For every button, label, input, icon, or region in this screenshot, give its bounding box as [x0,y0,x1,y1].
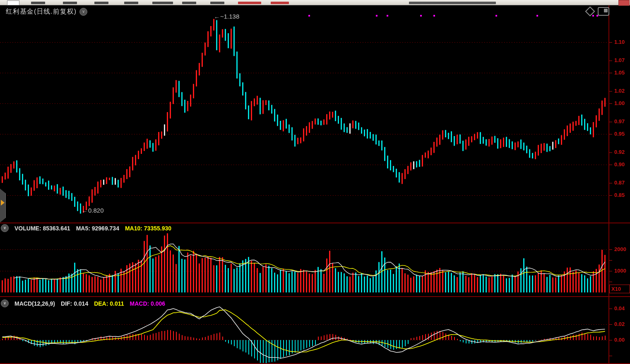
menu-item[interactable] [210,2,224,4]
menubar [0,0,630,5]
chart-application-window: { "header": { "title": "红利基金(日线.前复权)" },… [0,0,630,364]
menu-item[interactable] [63,2,77,4]
menu-item-highlighted[interactable] [271,2,289,4]
chevron-down-icon[interactable]: ∨ [1,299,9,307]
menu-item[interactable] [124,2,138,4]
macd-indicator-header: ∨ MACD(12,26,9) DIF: 0.014 DEA: 0.011 MA… [1,299,165,307]
macd-dif-value: DIF: 0.014 [61,300,88,307]
price-axis-label: 1.02 [614,87,630,95]
price-axis-label: 0.85 [614,192,630,199]
arrow-right-icon [1,200,5,206]
price-axis-label: 1.10 [614,38,630,46]
menu-item[interactable] [31,2,45,4]
macd-dea-value: DEA: 0.011 [94,300,124,307]
left-arrow-icon: ← [214,13,220,20]
chevron-down-icon[interactable]: ∨ [1,224,9,232]
menu-item[interactable] [94,2,108,4]
chevron-down-icon[interactable]: ∨ [79,8,87,16]
panel-layout-icon[interactable] [598,7,609,16]
menu-item[interactable] [152,2,173,4]
menu-item-highlighted[interactable] [238,2,261,4]
panel-layout-icon-fill [604,9,608,12]
volume-value: VOLUME: 85363.641 [14,225,70,232]
macd-axis-label: 0.02 [614,321,630,328]
sidebar-expand-handle[interactable] [0,189,6,223]
chart-title-row: 红利基金(日线.前复权) ∨ [6,7,87,16]
price-axis-label: 1.00 [614,100,630,107]
left-arrow-icon: ← [82,207,88,214]
macd-axis-label: 0.04 [614,305,630,312]
chart-canvas[interactable] [0,0,630,364]
page-title: 红利基金(日线.前复权) [6,7,77,16]
price-axis-label: 0.95 [614,130,630,138]
price-low-annotation: ←0.820 [82,207,104,214]
price-axis-label: 0.90 [614,161,630,168]
macd-macd-value: MACD: 0.006 [130,300,166,307]
price-axis-label: 1.07 [614,57,630,64]
menubar-right-button[interactable] [618,0,630,6]
volume-axis-label: 1000 [614,267,630,275]
price-axis-label: 0.97 [614,118,630,125]
volume-ma10-value: MA10: 73355.930 [125,225,171,232]
volume-scale-badge: X10 [609,285,630,293]
volume-ma5-value: MA5: 92969.734 [76,225,119,232]
menubar-status-text [409,2,496,4]
menu-item[interactable] [182,2,196,4]
menubar-logo-box[interactable] [7,0,19,5]
price-axis-label: 1.05 [614,69,630,77]
price-axis-label: 0.92 [614,148,630,156]
macd-axis-label: 0.00 [614,336,630,344]
volume-indicator-header: ∨ VOLUME: 85363.641 MA5: 92969.734 MA10:… [1,224,171,232]
price-high-annotation: ←~1.138 [214,13,239,20]
macd-name: MACD(12,26,9) [14,300,55,307]
volume-axis-label: 2000 [614,246,630,253]
price-axis-label: 0.87 [614,179,630,187]
